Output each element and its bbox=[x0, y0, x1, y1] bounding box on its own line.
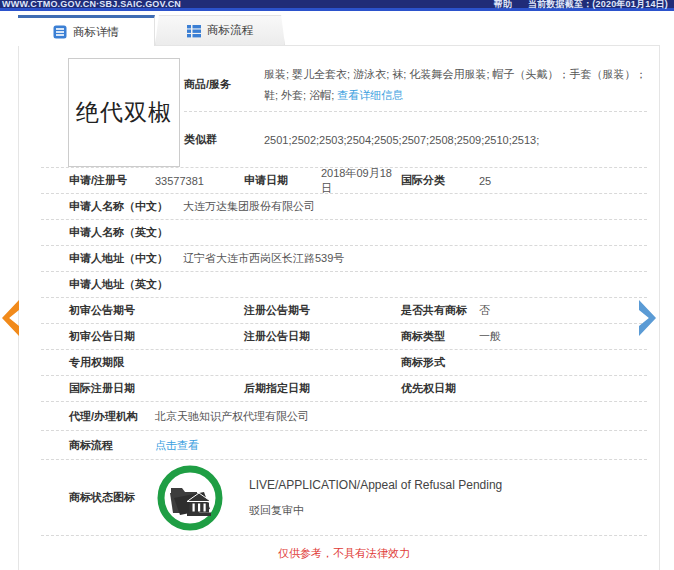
tab-label: 商标流程 bbox=[207, 23, 253, 38]
field-row: 申请人地址（英文） bbox=[41, 272, 647, 298]
similar-group-value: 2501;2502;2503;2504;2505;2507;2508;2509;… bbox=[264, 134, 539, 146]
tab-bar: 商标详情 商标流程 bbox=[18, 15, 285, 46]
status-chinese: 驳回复审中 bbox=[249, 503, 502, 518]
click-to-view-link[interactable]: 点击查看 bbox=[155, 438, 647, 453]
reg-no-label: 申请/注册号 bbox=[69, 173, 155, 188]
mark-type-value: 一般 bbox=[479, 329, 647, 344]
trademark-detail-panel: 绝代双椒 商品/服务 服装; 婴儿全套衣; 游泳衣; 袜; 化装舞会用服装; 帽… bbox=[18, 45, 660, 570]
disclaimer-note: 仅供参考，不具有法律效力 bbox=[41, 546, 647, 561]
apply-date-label: 申请日期 bbox=[244, 173, 321, 188]
field-row: 申请人地址（中文） 辽宁省大连市西岗区长江路539号 bbox=[41, 246, 647, 272]
mark-and-goods-section: 绝代双椒 商品/服务 服装; 婴儿全套衣; 游泳衣; 袜; 化装舞会用服装; 帽… bbox=[41, 58, 647, 168]
trademark-image: 绝代双椒 bbox=[68, 58, 180, 167]
similar-group-row: 类似群 2501;2502;2503;2504;2505;2507;2508;2… bbox=[184, 112, 647, 167]
grid-list-icon bbox=[187, 24, 201, 38]
field-row: 申请/注册号 33577381 申请日期 2018年09月18日 国际分类 25 bbox=[41, 168, 647, 194]
applicant-cn-label: 申请人名称（中文） bbox=[69, 199, 183, 214]
agent-value: 北京天驰知识产权代理有限公司 bbox=[155, 409, 647, 424]
tab-trademark-detail[interactable]: 商标详情 bbox=[18, 15, 155, 46]
applicant-cn-value: 大连万达集团股份有限公司 bbox=[183, 199, 647, 214]
reg-ann-date-label: 注册公告日期 bbox=[244, 329, 401, 344]
prelim-no-label: 初审公告期号 bbox=[69, 303, 155, 318]
data-cutoff-text: 当前数据截至：(2020年01月14日) bbox=[528, 0, 668, 11]
site-title: WWW.CTMO.GOV.CN·SBJ.SAIC.GOV.CN bbox=[2, 0, 181, 9]
later-desig-date-label: 后期指定日期 bbox=[244, 381, 401, 396]
mark-form-label: 商标形式 bbox=[401, 355, 479, 370]
field-row: 国际注册日期 后期指定日期 优先权日期 bbox=[41, 376, 647, 402]
agent-label: 代理/办理机构 bbox=[69, 409, 155, 424]
intl-class-label: 国际分类 bbox=[401, 173, 479, 188]
field-row: 初审公告日期 注册公告日期 商标类型 一般 bbox=[41, 324, 647, 350]
address-en-label: 申请人地址（英文） bbox=[69, 277, 183, 292]
flow-label: 商标流程 bbox=[69, 438, 155, 453]
right-period-label: 专用权期限 bbox=[69, 355, 155, 370]
previous-arrow-button[interactable] bbox=[2, 300, 19, 336]
tab-label: 商标详情 bbox=[73, 25, 119, 40]
similar-group-label: 类似群 bbox=[184, 132, 264, 147]
mark-type-label: 商标类型 bbox=[401, 329, 479, 344]
field-row: 申请人名称（英文） bbox=[41, 220, 647, 246]
applicant-en-label: 申请人名称（英文） bbox=[69, 225, 183, 240]
prelim-date-label: 初审公告日期 bbox=[69, 329, 155, 344]
field-row: 初审公告期号 注册公告期号 是否共有商标 否 bbox=[41, 298, 647, 324]
field-row: 申请人名称（中文） 大连万达集团股份有限公司 bbox=[41, 194, 647, 220]
reg-no-value: 33577381 bbox=[155, 175, 244, 187]
reg-ann-no-label: 注册公告期号 bbox=[244, 303, 401, 318]
topbar: WWW.CTMO.GOV.CN·SBJ.SAIC.GOV.CN 帮助 当前数据截… bbox=[0, 0, 674, 11]
document-lines-icon bbox=[53, 25, 67, 39]
intl-class-value: 25 bbox=[479, 175, 647, 187]
green-circle-folder-bank-icon bbox=[155, 463, 225, 533]
intl-reg-date-label: 国际注册日期 bbox=[69, 381, 155, 396]
tab-trademark-flow[interactable]: 商标流程 bbox=[155, 15, 285, 45]
goods-services-label: 商品/服务 bbox=[184, 58, 264, 111]
view-details-link[interactable]: 查看详细信息 bbox=[337, 89, 403, 101]
address-cn-label: 申请人地址（中文） bbox=[69, 251, 183, 266]
address-cn-value: 辽宁省大连市西岗区长江路539号 bbox=[183, 251, 647, 266]
priority-date-label: 优先权日期 bbox=[401, 381, 479, 396]
shared-mark-value: 否 bbox=[479, 303, 647, 318]
goods-services-row: 商品/服务 服装; 婴儿全套衣; 游泳衣; 袜; 化装舞会用服装; 帽子（头戴）… bbox=[184, 58, 647, 112]
apply-date-value: 2018年09月18日 bbox=[321, 166, 401, 196]
help-link[interactable]: 帮助 bbox=[494, 0, 512, 11]
status-label: 商标状态图标 bbox=[69, 490, 155, 505]
field-row: 商标流程 点击查看 bbox=[41, 431, 647, 460]
goods-services-value: 服装; 婴儿全套衣; 游泳衣; 袜; 化装舞会用服装; 帽子（头戴）；手套（服装… bbox=[264, 68, 647, 101]
trademark-name: 绝代双椒 bbox=[76, 97, 172, 128]
shared-mark-label: 是否共有商标 bbox=[401, 303, 479, 318]
field-row: 代理/办理机构 北京天驰知识产权代理有限公司 bbox=[41, 402, 647, 431]
status-row: 商标状态图标 LIVE/APPLICATION/Appeal of Refusa… bbox=[41, 460, 647, 536]
status-english: LIVE/APPLICATION/Appeal of Refusal Pendi… bbox=[249, 478, 502, 492]
field-row: 专用权期限 商标形式 bbox=[41, 350, 647, 376]
